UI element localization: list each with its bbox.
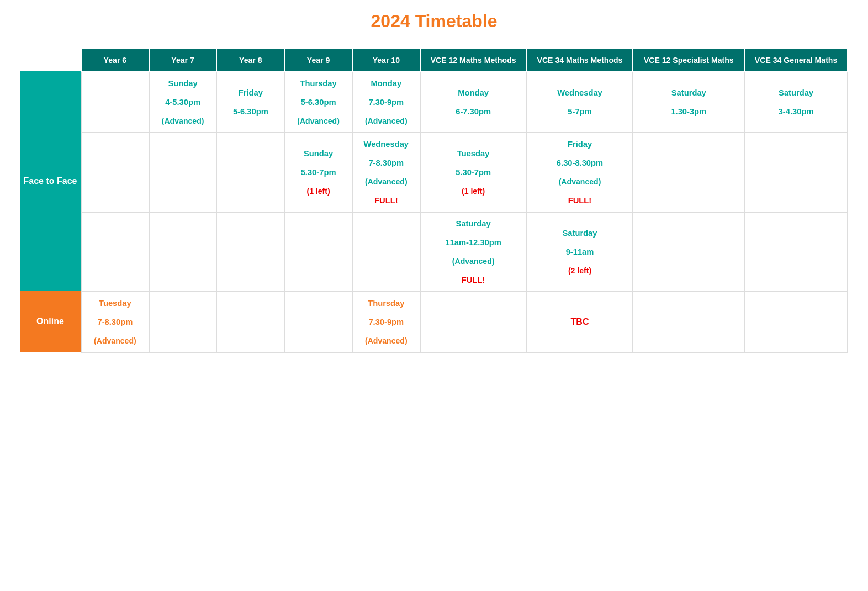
face-cell-2-5: Saturday11am-12.30pm(Advanced)FULL! [420,212,527,292]
face-cell-2-7 [633,212,744,292]
cell-time: 7-8.30pm [357,159,415,167]
cell-day: Saturday [749,88,843,97]
cell-time: 5-7pm [532,107,628,116]
cell-time: 1.30-3pm [638,107,739,116]
cell-note: (Advanced) [154,117,212,125]
cell-time: 5-6.30pm [289,98,347,107]
header-spacer [20,48,81,71]
face-cell-2-8 [744,212,848,292]
cell-full: FULL! [425,276,522,284]
cell-day: Sunday [154,79,212,88]
cell-full: FULL! [357,196,415,205]
page-title: 2024 Timetable [11,11,857,31]
cell-time: 9-11am [532,247,628,256]
face-to-face-label: Face to Face [20,71,81,291]
cell-day: Saturday [638,88,739,97]
col-header-year7: Year 7 [149,49,217,72]
face-cell-2-6: Saturday9-11am(2 left) [527,212,633,292]
table-body: Sunday4-5.30pm(Advanced)Friday5-6.30pmTh… [81,72,848,352]
face-cell-1-0 [81,133,149,212]
online-cell-0-0: Tuesday7-8.30pm(Advanced) [81,292,149,352]
face-cell-0-0 [81,72,149,133]
cell-time: 5.30-7pm [289,168,347,177]
online-cell-0-6: TBC [527,292,633,352]
cell-time: 3-4.30pm [749,107,843,116]
face-cell-0-2: Friday5-6.30pm [216,72,284,133]
face-row-2: Saturday11am-12.30pm(Advanced)FULL!Satur… [81,212,848,292]
col-header-year6: Year 6 [81,49,149,72]
row-header-col: Face to Face Online [20,48,81,353]
col-header-year10: Year 10 [352,49,420,72]
cell-time: 4-5.30pm [154,98,212,107]
cell-note: (Advanced) [532,177,628,186]
cell-online-day: Tuesday [86,299,144,308]
face-row-1: Sunday5.30-7pm(1 left)Wednesday7-8.30pm(… [81,133,848,212]
cell-time: 5-6.30pm [221,107,279,116]
cell-online-time: 7.30-9pm [357,318,415,326]
cell-day: Monday [425,88,522,97]
cell-day: Thursday [289,79,347,88]
timetable: Year 6Year 7Year 8Year 9Year 10VCE 12 Ma… [81,48,848,353]
cell-day: Saturday [532,229,628,238]
face-cell-0-1: Sunday4-5.30pm(Advanced) [149,72,217,133]
timetable-wrapper: Face to Face Online Year 6Year 7Year 8Ye… [20,48,848,353]
face-cell-0-3: Thursday5-6.30pm(Advanced) [284,72,352,133]
face-cell-0-8: Saturday3-4.30pm [744,72,848,133]
face-row-0: Sunday4-5.30pm(Advanced)Friday5-6.30pmTh… [81,72,848,133]
cell-day: Tuesday [425,149,522,158]
cell-day: Saturday [425,219,522,228]
cell-time: 5.30-7pm [425,168,522,177]
face-cell-1-7 [633,133,744,212]
cell-time: 7.30-9pm [357,98,415,107]
cell-online-note: (Advanced) [86,336,144,345]
cell-note: (Advanced) [357,177,415,186]
cell-note: (Advanced) [357,117,415,125]
online-cell-0-1 [149,292,217,352]
col-header-vce12s: VCE 12 Specialist Maths [633,49,744,72]
cell-tbc: TBC [532,317,628,327]
face-cell-0-5: Monday6-7.30pm [420,72,527,133]
online-cell-0-7 [633,292,744,352]
face-cell-0-7: Saturday1.30-3pm [633,72,744,133]
header-row: Year 6Year 7Year 8Year 9Year 10VCE 12 Ma… [81,49,848,72]
online-cell-0-5 [420,292,527,352]
face-cell-0-4: Monday7.30-9pm(Advanced) [352,72,420,133]
online-label: Online [20,291,81,352]
face-cell-2-2 [216,212,284,292]
cell-online-day: Thursday [357,299,415,308]
face-cell-2-3 [284,212,352,292]
face-cell-0-6: Wednesday5-7pm [527,72,633,133]
cell-day: Friday [221,88,279,97]
cell-online-time: 7-8.30pm [86,318,144,326]
face-cell-2-4 [352,212,420,292]
face-cell-2-0 [81,212,149,292]
face-cell-1-1 [149,133,217,212]
cell-left: (1 left) [425,187,522,196]
cell-full: FULL! [532,196,628,205]
cell-day: Wednesday [357,140,415,149]
table-container: Year 6Year 7Year 8Year 9Year 10VCE 12 Ma… [81,48,848,353]
face-cell-1-6: Friday6.30-8.30pm(Advanced)FULL! [527,133,633,212]
cell-time: 6-7.30pm [425,107,522,116]
col-header-vce34m: VCE 34 Maths Methods [527,49,633,72]
col-header-year8: Year 8 [216,49,284,72]
online-row-0: Tuesday7-8.30pm(Advanced)Thursday7.30-9p… [81,292,848,352]
cell-time: 6.30-8.30pm [532,159,628,167]
cell-day: Friday [532,140,628,149]
cell-note: (Advanced) [289,117,347,125]
online-cell-0-4: Thursday7.30-9pm(Advanced) [352,292,420,352]
face-cell-1-4: Wednesday7-8.30pm(Advanced)FULL! [352,133,420,212]
cell-online-note: (Advanced) [357,336,415,345]
online-cell-0-8 [744,292,848,352]
online-cell-0-2 [216,292,284,352]
face-cell-1-8 [744,133,848,212]
cell-time: 11am-12.30pm [425,238,522,247]
cell-left: (2 left) [532,266,628,275]
face-cell-1-3: Sunday5.30-7pm(1 left) [284,133,352,212]
face-cell-1-2 [216,133,284,212]
cell-day: Monday [357,79,415,88]
cell-day: Sunday [289,149,347,158]
cell-day: Wednesday [532,88,628,97]
col-header-vce34g: VCE 34 General Maths [744,49,848,72]
online-cell-0-3 [284,292,352,352]
